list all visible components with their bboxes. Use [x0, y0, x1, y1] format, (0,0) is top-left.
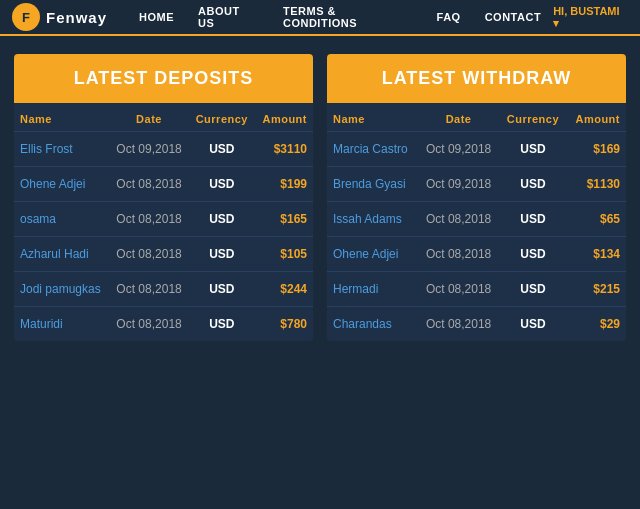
withdraws-col-date: Date	[418, 103, 499, 132]
deposits-title: LATEST DEPOSITS	[14, 54, 313, 103]
deposit-amount: $199	[255, 167, 313, 202]
deposit-date: Oct 08,2018	[109, 272, 189, 307]
nav-user[interactable]: HI, BUSTAMI ▾	[553, 5, 628, 30]
deposit-name: osama	[14, 202, 109, 237]
withdraw-row-1: Brenda Gyasi Oct 09,2018 USD $1130	[327, 167, 626, 202]
withdraw-date: Oct 08,2018	[418, 202, 499, 237]
deposit-amount: $105	[255, 237, 313, 272]
withdraws-panel: LATEST WITHDRAW Name Date Currency Amoun…	[327, 54, 626, 341]
withdraw-amount: $29	[567, 307, 626, 342]
deposit-name: Azharul Hadi	[14, 237, 109, 272]
withdraw-name: Brenda Gyasi	[327, 167, 418, 202]
deposits-row-4: Jodi pamugkas Oct 08,2018 USD $244	[14, 272, 313, 307]
deposit-amount: $165	[255, 202, 313, 237]
withdraw-name: Issah Adams	[327, 202, 418, 237]
deposits-row-3: Azharul Hadi Oct 08,2018 USD $105	[14, 237, 313, 272]
deposit-amount: $780	[255, 307, 313, 342]
withdraws-col-name: Name	[327, 103, 418, 132]
deposits-row-2: osama Oct 08,2018 USD $165	[14, 202, 313, 237]
withdraw-row-2: Issah Adams Oct 08,2018 USD $65	[327, 202, 626, 237]
deposit-currency: USD	[189, 272, 255, 307]
withdraw-name: Charandas	[327, 307, 418, 342]
deposit-currency: USD	[189, 132, 255, 167]
deposits-table: Name Date Currency Amount Ellis Frost Oc…	[14, 103, 313, 341]
deposits-col-currency: Currency	[189, 103, 255, 132]
nav-home[interactable]: HOME	[127, 0, 186, 35]
withdraw-date: Oct 09,2018	[418, 167, 499, 202]
deposit-name: Ohene Adjei	[14, 167, 109, 202]
deposits-col-date: Date	[109, 103, 189, 132]
deposit-amount: $244	[255, 272, 313, 307]
main-content: LATEST DEPOSITS Name Date Currency Amoun…	[0, 36, 640, 359]
withdraw-row-3: Ohene Adjei Oct 08,2018 USD $134	[327, 237, 626, 272]
withdraws-col-currency: Currency	[499, 103, 566, 132]
deposit-currency: USD	[189, 237, 255, 272]
withdraw-name: Hermadi	[327, 272, 418, 307]
deposit-date: Oct 08,2018	[109, 307, 189, 342]
withdraw-row-4: Hermadi Oct 08,2018 USD $215	[327, 272, 626, 307]
deposit-currency: USD	[189, 167, 255, 202]
withdraw-currency: USD	[499, 167, 566, 202]
withdraw-currency: USD	[499, 132, 566, 167]
withdraw-row-5: Charandas Oct 08,2018 USD $29	[327, 307, 626, 342]
withdraw-amount: $215	[567, 272, 626, 307]
withdraw-currency: USD	[499, 202, 566, 237]
nav-terms[interactable]: TERMS & CONDITIONS	[271, 0, 425, 35]
deposits-row-0: Ellis Frost Oct 09,2018 USD $3110	[14, 132, 313, 167]
withdraw-date: Oct 08,2018	[418, 307, 499, 342]
deposit-date: Oct 08,2018	[109, 202, 189, 237]
withdraw-currency: USD	[499, 307, 566, 342]
nav-links: HOME ABOUT US TERMS & CONDITIONS FAQ CON…	[127, 0, 628, 35]
withdraw-amount: $65	[567, 202, 626, 237]
withdraw-date: Oct 08,2018	[418, 272, 499, 307]
withdraws-title: LATEST WITHDRAW	[327, 54, 626, 103]
withdraws-table: Name Date Currency Amount Marcia Castro …	[327, 103, 626, 341]
deposit-name: Maturidi	[14, 307, 109, 342]
withdraw-date: Oct 08,2018	[418, 237, 499, 272]
withdraw-currency: USD	[499, 272, 566, 307]
deposit-date: Oct 08,2018	[109, 237, 189, 272]
navbar: F Fenway HOME ABOUT US TERMS & CONDITION…	[0, 0, 640, 36]
logo[interactable]: F Fenway	[12, 3, 107, 31]
withdraw-amount: $1130	[567, 167, 626, 202]
deposit-currency: USD	[189, 307, 255, 342]
withdraws-col-amount: Amount	[567, 103, 626, 132]
withdraw-name: Marcia Castro	[327, 132, 418, 167]
withdraw-date: Oct 09,2018	[418, 132, 499, 167]
nav-about[interactable]: ABOUT US	[186, 0, 271, 35]
deposits-col-amount: Amount	[255, 103, 313, 132]
deposit-name: Ellis Frost	[14, 132, 109, 167]
deposits-panel: LATEST DEPOSITS Name Date Currency Amoun…	[14, 54, 313, 341]
deposit-date: Oct 08,2018	[109, 167, 189, 202]
nav-faq[interactable]: FAQ	[425, 0, 473, 35]
withdraw-row-0: Marcia Castro Oct 09,2018 USD $169	[327, 132, 626, 167]
deposit-name: Jodi pamugkas	[14, 272, 109, 307]
deposit-currency: USD	[189, 202, 255, 237]
withdraw-currency: USD	[499, 237, 566, 272]
svg-text:F: F	[22, 10, 30, 25]
deposit-date: Oct 09,2018	[109, 132, 189, 167]
nav-contact[interactable]: CONTACT	[473, 0, 553, 35]
withdraw-amount: $169	[567, 132, 626, 167]
deposits-col-name: Name	[14, 103, 109, 132]
deposits-row-1: Ohene Adjei Oct 08,2018 USD $199	[14, 167, 313, 202]
deposits-row-5: Maturidi Oct 08,2018 USD $780	[14, 307, 313, 342]
logo-icon: F	[12, 3, 40, 31]
withdraw-name: Ohene Adjei	[327, 237, 418, 272]
deposit-amount: $3110	[255, 132, 313, 167]
logo-text: Fenway	[46, 9, 107, 26]
withdraw-amount: $134	[567, 237, 626, 272]
